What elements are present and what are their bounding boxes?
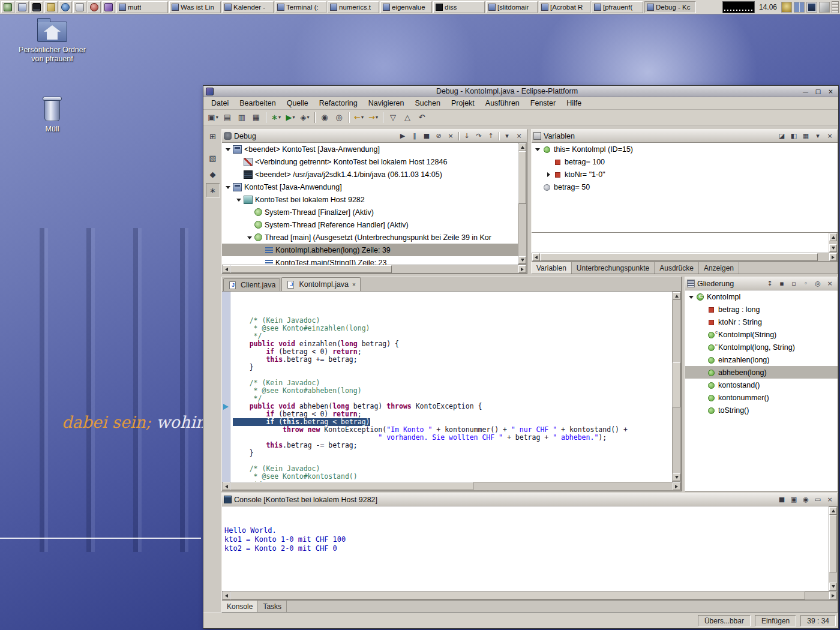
browser-icon[interactable]	[59, 1, 72, 13]
remove-launches-icon[interactable]: ▣	[788, 494, 800, 506]
maximize-button[interactable]: □	[813, 87, 823, 96]
taskbar-task[interactable]: Debug - Kc	[644, 1, 696, 13]
editor-tab[interactable]: KontoImpl.java	[281, 277, 361, 291]
code-line[interactable]: * @see Konto#abheben(long)	[233, 387, 672, 395]
system-monitor[interactable]	[722, 1, 755, 13]
toolbar-separator[interactable]	[457, 130, 461, 142]
hide-static-icon[interactable]: ▫	[788, 278, 800, 290]
desktop-icon-home[interactable]: Persönlicher Ordner von pfrauenf	[13, 17, 91, 64]
step-return-icon[interactable]: ↑	[485, 130, 497, 142]
scroll-up-button[interactable]	[673, 292, 680, 300]
expand-arrow-icon[interactable]	[246, 221, 253, 229]
files-icon[interactable]	[73, 1, 86, 13]
open-perspective-icon[interactable]: ⊞	[206, 129, 220, 143]
detail-scrollbar[interactable]	[829, 232, 838, 253]
hide-fields-icon[interactable]: ▪	[776, 278, 788, 290]
outline-item[interactable]: abheben(long)	[685, 366, 838, 379]
expand-arrow-icon[interactable]	[698, 331, 706, 338]
suspend-icon[interactable]: ‖	[409, 130, 421, 142]
desktop-icon-trash[interactable]: Müll	[13, 94, 91, 134]
view-menu-icon[interactable]: ▾	[812, 130, 824, 142]
save-icon[interactable]: ▤	[220, 111, 235, 124]
menu-item[interactable]: Navigieren	[363, 98, 410, 109]
menu-item[interactable]: Bearbeiten	[234, 98, 281, 109]
expand-arrow-icon[interactable]	[698, 306, 706, 313]
debug-tree-item[interactable]: <Verbindung getrennt> KontoTest bei loka…	[222, 155, 518, 168]
toolbar-separator[interactable]	[380, 111, 386, 124]
expand-arrow-icon[interactable]	[698, 344, 706, 351]
expand-arrow-icon[interactable]	[235, 158, 242, 166]
layout-icon[interactable]: ▦	[800, 130, 812, 142]
expand-arrow-icon[interactable]	[246, 234, 253, 241]
console-view-titlebar[interactable]: Console [KontoTest bei lokalem Host 9282…	[222, 493, 838, 506]
scroll-left-button[interactable]	[223, 482, 230, 490]
scroll-down-button[interactable]	[829, 244, 837, 252]
terminate-icon[interactable]: ■	[421, 130, 433, 142]
debug-vertical-scrollbar[interactable]	[518, 143, 527, 265]
expand-arrow-icon[interactable]	[545, 171, 552, 178]
taskbar-task[interactable]: mutt	[116, 1, 168, 13]
toolbar-separator[interactable]	[312, 111, 317, 124]
variables-view-titlebar[interactable]: Variablen ◪◧▦▾×	[532, 130, 838, 143]
outline-item[interactable]: KontoImpl	[685, 290, 838, 303]
sort-icon[interactable]: ↕	[764, 278, 776, 290]
klipper-icon[interactable]	[819, 2, 830, 13]
forward-icon[interactable]: →	[366, 111, 380, 124]
outline-item[interactable]: ktoNr : String	[685, 316, 838, 328]
scroll-down-button[interactable]	[829, 583, 837, 590]
show-desktop-icon[interactable]	[16, 1, 29, 13]
window-titlebar[interactable]: Debug - KontoImpl.java - Eclipse-Plattfo…	[203, 86, 838, 97]
panel-tab[interactable]: Unterbrechungspunkte	[572, 262, 655, 274]
debug-horizontal-scrollbar[interactable]	[222, 265, 527, 274]
expand-arrow-icon[interactable]	[545, 158, 552, 166]
expand-arrow-icon[interactable]	[257, 247, 264, 254]
help-icon[interactable]	[88, 1, 101, 13]
show-logical-icon[interactable]: ◧	[788, 130, 800, 142]
variables-detail-pane[interactable]	[532, 232, 829, 253]
terminate-icon[interactable]: ■	[776, 494, 788, 506]
step-into-icon[interactable]: ↓	[461, 130, 473, 142]
step-over-icon[interactable]: ↷	[473, 130, 485, 142]
disconnect-icon[interactable]: ⊘	[433, 130, 445, 142]
scrollbar-thumb[interactable]	[829, 515, 837, 572]
back-icon[interactable]: ←	[352, 111, 366, 124]
debug-tree-item[interactable]: <beendet> KontoTest [Java-Anwendung]	[222, 143, 518, 155]
scroll-right-button[interactable]	[673, 482, 680, 490]
expand-arrow-icon[interactable]	[257, 259, 264, 265]
close-view-icon[interactable]: ×	[824, 130, 836, 142]
panel-tab[interactable]: Konsole	[222, 601, 258, 612]
menu-item[interactable]: Hilfe	[561, 98, 587, 109]
debug-tree-item[interactable]: Thread [main] (Ausgesetzt (Unterbrechung…	[222, 231, 518, 244]
code-line[interactable]: this.betrag += betrag;	[233, 356, 672, 364]
console-output[interactable]: Hello World.kto1 = Konto 1-0 mit CHF 100…	[222, 506, 829, 591]
debug-tree-item[interactable]: System-Thread [Reference Handler] (Aktiv…	[222, 218, 518, 231]
panel-tab[interactable]: Tasks	[258, 601, 287, 612]
editor-icon[interactable]	[102, 1, 115, 13]
outline-item[interactable]: toString()	[685, 404, 838, 416]
menu-item[interactable]: Fenster	[525, 98, 561, 109]
taskbar-task[interactable]: Terminal (:	[275, 1, 326, 13]
save-all-icon[interactable]: ▥	[235, 111, 249, 124]
java-perspective-icon[interactable]: ◆	[206, 167, 220, 181]
menu-item[interactable]: Ausführen	[480, 98, 525, 109]
debug-tree-item[interactable]: KontoTest [Java-Anwendung]	[222, 181, 518, 193]
debug-perspective-icon[interactable]: ∗	[206, 183, 220, 197]
toolbar-separator[interactable]	[263, 111, 269, 124]
scroll-right-button[interactable]	[829, 592, 837, 599]
new-wizard-icon[interactable]: ▣	[206, 111, 220, 124]
debug-view-titlebar[interactable]: Debug ▶‖■⊘×↓↷↑▾×	[222, 130, 527, 143]
expand-arrow-icon[interactable]	[534, 184, 541, 191]
scrollbar-thumb[interactable]	[230, 265, 392, 273]
taskbar-task[interactable]: [pfrauenf(	[592, 1, 643, 13]
scroll-down-button[interactable]	[518, 256, 526, 264]
taskbar-task[interactable]: numerics.t	[328, 1, 379, 13]
k-menu-icon[interactable]	[1, 1, 14, 13]
scrollbar-thumb[interactable]	[230, 592, 805, 599]
remove-terminated-icon[interactable]: ×	[445, 130, 457, 142]
menu-item[interactable]: Datei	[206, 98, 234, 109]
external-tools-icon[interactable]: ◈	[298, 111, 312, 124]
close-view-icon[interactable]: ×	[513, 130, 525, 142]
scroll-up-button[interactable]	[829, 233, 837, 241]
scroll-right-button[interactable]	[829, 253, 837, 261]
expand-arrow-icon[interactable]	[698, 369, 706, 376]
